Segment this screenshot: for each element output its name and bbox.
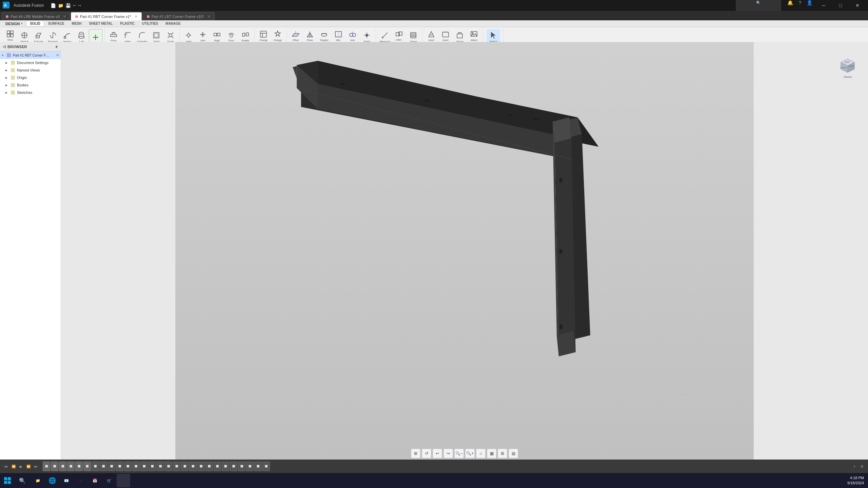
search-btn[interactable]: 🔍 [15, 473, 30, 488]
open-btn[interactable]: 📁 [58, 3, 63, 8]
tab-3-close[interactable]: ✕ [208, 15, 210, 18]
svg-text:RIGHT: RIGHT [849, 65, 855, 67]
minimize-btn[interactable]: ─ [816, 0, 831, 11]
timeline-item-13[interactable]: ⬜ [140, 462, 148, 471]
mode-tab-plastic[interactable]: PLASTIC [117, 21, 138, 26]
browser-item-root[interactable]: ▼ Part #1 RBT Corner Frame v1 👁 [0, 52, 61, 59]
skip-to-start-btn[interactable]: ⏮ [3, 463, 9, 470]
display-mode-btn[interactable]: ▦ [487, 449, 496, 458]
mode-tab-mesh[interactable]: MESH [68, 21, 85, 26]
timeline-item-27[interactable]: ⬜ [254, 462, 262, 471]
zoom-in-btn[interactable]: 🔍+ [465, 449, 475, 458]
taskbar-explorer[interactable]: 📁 [31, 474, 45, 487]
timeline-item-25[interactable]: ⬜ [238, 462, 245, 471]
tab-2[interactable]: Part #1 RBT Corner Frame v1* ✕ [71, 12, 142, 20]
close-btn[interactable]: ✕ [850, 0, 865, 11]
svg-point-35 [230, 35, 233, 37]
taskbar-calendar[interactable]: 📅 [88, 474, 102, 487]
timeline-item-16[interactable]: ⬜ [165, 462, 172, 471]
taskbar-email[interactable]: 📧 [60, 474, 73, 487]
redo-btn[interactable]: ↪ [78, 3, 81, 8]
named-views-label: Named Views [17, 68, 40, 72]
step-back-btn[interactable]: ⏪ [10, 463, 17, 470]
step-forward-btn[interactable]: ⏩ [25, 463, 32, 470]
redo-view-btn[interactable]: ↪ [443, 449, 453, 458]
timeline-item-1[interactable]: ⬜ [43, 462, 50, 471]
browser-item-doc-settings[interactable]: ▶ Document Settings [0, 59, 61, 66]
mode-tab-solid[interactable]: SOLID [26, 21, 44, 26]
notification-icon[interactable]: 🔔 [787, 0, 793, 11]
tab-2-close[interactable]: ✕ [135, 15, 137, 18]
svg-rect-79 [11, 83, 15, 87]
mode-tab-surface[interactable]: SURFACE [45, 21, 68, 26]
timeline-item-26[interactable]: ⬜ [246, 462, 254, 471]
design-selector[interactable]: DESIGN ▾ [3, 21, 25, 26]
mode-tab-manage[interactable]: MANAGE [162, 21, 184, 26]
undo-btn[interactable]: ↩ [73, 3, 76, 8]
svg-point-24 [187, 34, 190, 37]
save-btn[interactable]: 💾 [65, 3, 71, 8]
timeline-item-10[interactable]: ⬜ [116, 462, 123, 471]
timeline-item-14[interactable]: ⬜ [149, 462, 156, 471]
timeline-item-12[interactable]: ⬜ [132, 462, 140, 471]
timeline-item-24[interactable]: ⬜ [230, 462, 237, 471]
tab-1-close[interactable]: ✕ [63, 15, 66, 18]
mode-tab-sheet-metal[interactable]: SHEET METAL [85, 21, 116, 26]
visual-style-btn[interactable]: ▤ [509, 449, 518, 458]
taskbar-browser[interactable]: 🌐 [45, 474, 59, 487]
home-view-btn[interactable]: ⌂ [476, 449, 486, 458]
taskbar-app1[interactable]: A [117, 474, 130, 487]
timeline-item-5[interactable]: ⬜ [75, 462, 83, 471]
help-icon[interactable]: ? [798, 0, 801, 11]
play-btn[interactable]: ▶ [18, 463, 24, 470]
search-bar[interactable]: 🔍 [736, 0, 781, 11]
timeline-item-21[interactable]: ⬜ [205, 462, 213, 471]
browser-item-sketches[interactable]: ▶ Sketches [0, 89, 61, 96]
root-eye[interactable]: 👁 [56, 54, 59, 57]
new-btn[interactable]: 📄 [51, 3, 56, 8]
timeline-item-8[interactable]: ⬜ [100, 462, 107, 471]
timeline-item-17[interactable]: ⬜ [173, 462, 180, 471]
timeline-item-6[interactable]: ⬜ [83, 462, 91, 471]
fit-view-btn[interactable]: ⊞ [411, 449, 420, 458]
timeline-item-7[interactable]: ⬜ [92, 462, 99, 471]
skip-to-end-btn[interactable]: ⏭ [33, 463, 39, 470]
doc-icon [10, 60, 16, 65]
mode-tab-utilities[interactable]: UTILITIES [139, 21, 161, 26]
browser-item-named-views[interactable]: ▶ Named Views [0, 66, 61, 74]
user-icon[interactable]: 👤 [807, 0, 812, 11]
taskbar-settings[interactable]: ⚙ [74, 474, 87, 487]
viewport[interactable]: TOP FRONT RIGHT Home ⊞ ↺ ↩ ↪ 🔍− 🔍+ ⌂ ▦ ⊞… [61, 42, 868, 461]
svg-rect-78 [11, 76, 15, 80]
grid-btn[interactable]: ⊞ [498, 449, 507, 458]
browser-add-icon[interactable]: + [55, 44, 58, 49]
timeline-item-4[interactable]: ⬜ [67, 462, 75, 471]
timeline-settings-btn[interactable]: ⚙ [859, 463, 865, 470]
timeline-item-9[interactable]: ⬜ [108, 462, 115, 471]
timeline-item-18[interactable]: ⬜ [181, 462, 189, 471]
nav-cube[interactable]: TOP FRONT RIGHT Home [834, 49, 861, 76]
timeline-add-btn[interactable]: + [851, 463, 858, 470]
browser-item-bodies[interactable]: ▶ Bodies [0, 81, 61, 89]
taskbar-store[interactable]: 🛒 [102, 474, 116, 487]
undo-view-btn[interactable]: ↩ [433, 449, 442, 458]
orbit-btn[interactable]: ↺ [422, 449, 431, 458]
start-btn[interactable] [0, 473, 15, 488]
browser-expand-icon[interactable]: ◁ [3, 44, 5, 49]
timeline-item-15[interactable]: ⬜ [157, 462, 164, 471]
tab-1-label: Part #4 LRB Middle Frame v3 [11, 15, 60, 19]
timeline-item-2[interactable]: ⬜ [51, 462, 58, 471]
timeline-item-11[interactable]: ⬜ [124, 462, 132, 471]
timeline-item-22[interactable]: ⬜ [214, 462, 221, 471]
timeline-item-19[interactable]: ⬜ [189, 462, 197, 471]
browser-item-origin[interactable]: ▶ Origin [0, 74, 61, 81]
timeline-item-28[interactable]: ⬜ [262, 462, 270, 471]
timeline-item-3[interactable]: ⬜ [59, 462, 66, 471]
timeline-item-20[interactable]: ⬜ [197, 462, 205, 471]
svg-point-74 [472, 33, 473, 34]
tab-1[interactable]: Part #4 LRB Middle Frame v3 ✕ [1, 12, 70, 20]
timeline-item-23[interactable]: ⬜ [222, 462, 229, 471]
tab-3[interactable]: Part #1 LBT Corner Frame v10* ✕ [142, 12, 215, 20]
maximize-btn[interactable]: □ [833, 0, 848, 11]
zoom-out-btn[interactable]: 🔍− [454, 449, 464, 458]
